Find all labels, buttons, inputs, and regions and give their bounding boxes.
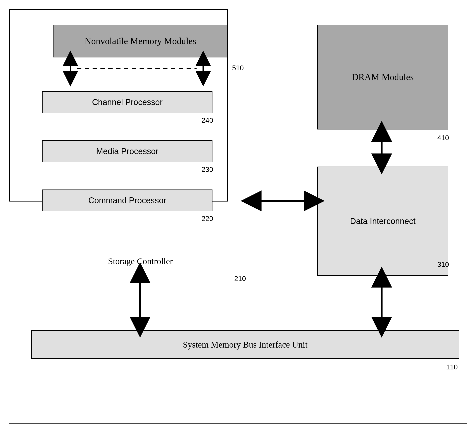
- bus-interface-label: System Memory Bus Interface Unit: [183, 340, 308, 350]
- ref-command-proc: 220: [202, 215, 213, 223]
- ref-data-interconnect: 310: [437, 261, 449, 269]
- ref-nvm: 510: [232, 64, 244, 72]
- diagram-frame: Nonvolatile Memory Modules 510 DRAM Modu…: [9, 9, 467, 424]
- channel-processor-block: Channel Processor: [42, 91, 212, 113]
- data-interconnect-label: Data Interconnect: [350, 216, 415, 226]
- dram-modules-block: DRAM Modules: [317, 25, 448, 130]
- bus-interface-block: System Memory Bus Interface Unit: [31, 330, 459, 359]
- command-processor-block: Command Processor: [42, 189, 212, 211]
- ref-dram: 410: [437, 134, 449, 142]
- dram-label: DRAM Modules: [352, 72, 414, 82]
- nvm-label: Nonvolatile Memory Modules: [85, 36, 196, 46]
- figure-caption: Figure 1: [9, 431, 467, 432]
- data-interconnect-block: Data Interconnect: [317, 167, 448, 276]
- nonvolatile-memory-modules-block: Nonvolatile Memory Modules: [53, 25, 228, 57]
- ref-channel-proc: 240: [202, 116, 213, 125]
- ref-storage-controller: 210: [234, 275, 246, 283]
- channel-proc-label: Channel Processor: [92, 98, 162, 107]
- media-processor-block: Media Processor: [42, 140, 212, 162]
- storage-controller-label: Storage Controller: [31, 256, 249, 266]
- ref-media-proc: 230: [202, 165, 213, 174]
- media-proc-label: Media Processor: [96, 147, 158, 156]
- ref-bus-interface: 110: [446, 363, 458, 371]
- command-proc-label: Command Processor: [88, 196, 166, 205]
- ref-figure: 100: [456, 432, 469, 432]
